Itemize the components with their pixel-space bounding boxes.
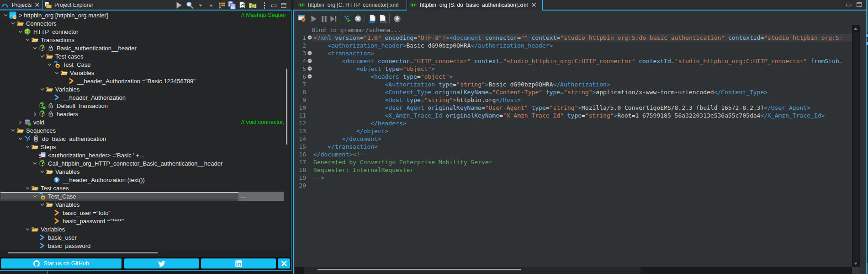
tab-project-explorer[interactable]: Project Explorer xyxy=(42,0,102,10)
chevron-down-icon[interactable] xyxy=(31,160,38,167)
tree-row[interactable]: HTTP_connector xyxy=(0,27,291,36)
download-icon[interactable] xyxy=(392,14,402,24)
tree-row[interactable]: __header_Authorization (text()) xyxy=(0,176,291,184)
engine-icon[interactable] xyxy=(297,14,307,24)
run-icon[interactable] xyxy=(174,1,183,10)
fold-collapse-icon[interactable] xyxy=(307,51,312,56)
overflow-menu-icon[interactable] xyxy=(260,1,269,10)
tree-row[interactable]: Connectors xyxy=(0,19,291,27)
tree-horizontal-scrollbar[interactable] xyxy=(0,250,291,257)
chevron-down-icon[interactable] xyxy=(9,127,16,134)
tree-row[interactable]: Basic_authentication__header xyxy=(0,44,291,52)
tree-row[interactable]: headers xyxy=(0,110,291,118)
tree-row[interactable]: Variables xyxy=(0,85,291,93)
pause-icon[interactable] xyxy=(319,14,329,24)
tree-row[interactable]: Test_Case xyxy=(0,60,291,69)
chevron-right-icon[interactable] xyxy=(31,110,38,118)
chevron-down-icon[interactable] xyxy=(31,44,38,52)
tree-row[interactable]: Call_httpbin_org_HTTP_connector_Basic_au… xyxy=(0,159,291,167)
editor-horizontal-scrollbar-track[interactable] xyxy=(304,267,640,274)
tree-row[interactable]: Transactions xyxy=(0,36,291,44)
stop-icon[interactable] xyxy=(353,14,363,24)
tree-row[interactable]: Test cases xyxy=(0,184,291,192)
minimize-icon[interactable] xyxy=(846,2,852,8)
chevron-down-icon[interactable] xyxy=(38,168,46,175)
maximize-icon[interactable] xyxy=(279,1,288,10)
twitter-button[interactable] xyxy=(124,258,199,269)
editor-vertical-scrollbar[interactable] xyxy=(852,25,860,267)
tree-row[interactable]: Steps xyxy=(0,143,291,151)
tree-row[interactable]: Default_transaction xyxy=(0,102,291,110)
chevron-down-icon[interactable] xyxy=(53,69,60,76)
chevron-down-icon[interactable] xyxy=(9,20,16,27)
sequence-play-icon[interactable] xyxy=(343,14,353,24)
fold-collapse-icon[interactable] xyxy=(307,66,312,71)
chevron-down-icon[interactable] xyxy=(16,28,24,35)
xml-doc-icon[interactable]: xml xyxy=(367,14,377,24)
tree-row[interactable]: Test cases xyxy=(0,52,291,60)
tab-projects[interactable]: Projects xyxy=(0,0,42,10)
chevron-down-icon[interactable] xyxy=(38,86,46,93)
tree-horizontal-scrollbar-thumb[interactable] xyxy=(8,252,158,253)
editor-vertical-scrollbar-thumb[interactable] xyxy=(853,32,859,261)
tree-row[interactable]: basic_password xyxy=(0,242,291,250)
save-all-icon[interactable] xyxy=(227,1,236,10)
editor-tab-http-connector[interactable]: httpbin_org [C: HTTP_connector].xml xyxy=(295,0,407,10)
chevron-down-icon[interactable] xyxy=(24,143,31,150)
tree-vertical-scrollbar[interactable] xyxy=(286,69,287,145)
search-icon[interactable] xyxy=(185,1,194,10)
tree-row[interactable]: <authorization_header> ='Basic ' +... xyxy=(0,151,291,159)
fold-collapse-icon[interactable] xyxy=(307,74,312,79)
refresh-icon[interactable] xyxy=(238,1,247,10)
link-editor-icon[interactable] xyxy=(217,1,226,10)
tree-row[interactable]: basic_password ="****" xyxy=(0,217,291,225)
editor-horizontal-scrollbar[interactable] xyxy=(295,267,852,274)
chevron-down-icon[interactable] xyxy=(24,184,31,192)
close-icon[interactable] xyxy=(531,2,536,7)
chevron-down-icon[interactable] xyxy=(16,135,24,142)
editor-horizontal-scrollbar-thumb[interactable] xyxy=(318,269,521,270)
banner-close-button[interactable] xyxy=(278,258,290,269)
tree-row[interactable]: Variables xyxy=(0,167,291,176)
close-icon[interactable] xyxy=(35,2,40,7)
chevron-down-icon[interactable] xyxy=(46,61,53,68)
play-icon[interactable] xyxy=(308,14,318,24)
tree-row[interactable]: __header_Authorization xyxy=(0,93,291,102)
tree-row[interactable]: void// void connector, xyxy=(0,118,291,126)
scroll-down-arrow[interactable] xyxy=(854,263,857,265)
import-icon[interactable] xyxy=(248,1,257,10)
chevron-down-icon[interactable] xyxy=(38,53,46,60)
chevron-down-icon[interactable] xyxy=(31,193,38,200)
editor-tab-do-basic-authentication[interactable]: httpbin_org [S: do_basic_authentication]… xyxy=(407,0,542,10)
json-doc-icon[interactable]: JSON xyxy=(377,14,387,24)
tree-row[interactable]: __header_Authorization ="Basic 123456789… xyxy=(0,77,291,85)
bind-grammar-link[interactable]: Bind to grammar/schema... xyxy=(312,26,401,33)
xml-code-area[interactable]: 1<?xml version="1.0" encoding="UTF-8"?><… xyxy=(294,34,852,267)
tree-row[interactable]: basic_user ="toto" xyxy=(0,209,291,217)
chevron-down-icon[interactable] xyxy=(38,201,46,208)
github-star-button[interactable]: Star us on GitHub xyxy=(1,258,122,269)
chevron-down-icon[interactable] xyxy=(2,11,9,19)
tree-row[interactable]: Variables xyxy=(0,69,291,77)
menu-down-icon[interactable] xyxy=(196,1,205,10)
collapse-all-icon[interactable] xyxy=(206,1,216,10)
chevron-down-icon[interactable] xyxy=(24,36,31,43)
tree-row[interactable]: Sequences xyxy=(0,126,291,134)
chevron-right-icon[interactable] xyxy=(16,118,24,126)
tree-row[interactable]: do_basic_authentication xyxy=(0,134,291,143)
linkedin-button[interactable] xyxy=(201,258,276,269)
tree-row[interactable]: > httpbin_org [httpbin_org master]// Mas… xyxy=(0,11,291,19)
minimize-icon[interactable] xyxy=(270,1,279,10)
fold-collapse-icon[interactable] xyxy=(307,35,312,40)
tree-row[interactable]: Variables xyxy=(0,225,291,233)
step-icon[interactable] xyxy=(328,14,338,24)
tree-row[interactable]: Variables xyxy=(0,200,291,209)
maximize-icon[interactable] xyxy=(856,2,863,8)
fold-collapse-icon[interactable] xyxy=(307,59,312,64)
scroll-up-arrow[interactable] xyxy=(854,27,857,30)
tree-row[interactable]: ...Test_Case xyxy=(0,192,291,200)
lock-icon xyxy=(47,110,54,118)
tree-row[interactable]: basic_user xyxy=(0,233,291,242)
inline-edit-ellipsis-button[interactable]: ... xyxy=(238,192,284,201)
chevron-down-icon[interactable] xyxy=(24,226,31,233)
